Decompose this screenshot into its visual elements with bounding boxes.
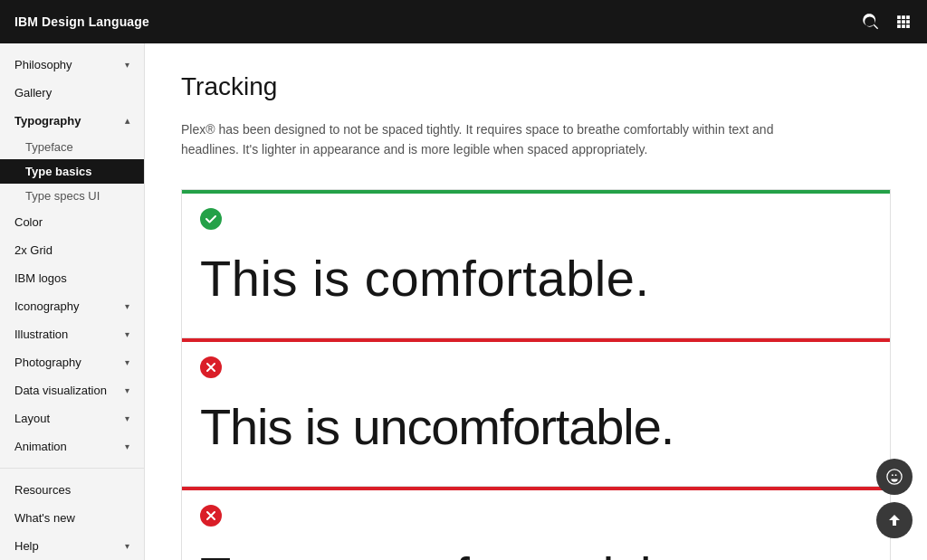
floating-buttons: [876, 459, 913, 538]
chevron-up-icon: ▴: [125, 116, 129, 126]
chevron-down-icon: ▾: [125, 413, 129, 423]
sidebar-sub-label-type-basics: Type basics: [25, 165, 91, 178]
sidebar-label-iconography: Iconography: [14, 299, 80, 313]
sidebar-sub-typeface[interactable]: Typeface: [0, 135, 144, 159]
sidebar-label-ibm-logos: IBM logos: [14, 271, 67, 285]
topbar: IBM Design Language: [0, 0, 927, 43]
badge-bad: [200, 356, 222, 378]
brand-name: IBM: [14, 14, 38, 29]
example-text-too-comfortable: Too comfortable.: [200, 537, 872, 560]
chevron-down-icon: ▾: [125, 301, 129, 311]
sidebar-item-data-visualization[interactable]: Data visualization ▾: [0, 376, 144, 404]
search-icon[interactable]: [862, 13, 880, 31]
sidebar-label-philosophy: Philosophy: [14, 58, 72, 71]
sidebar-sub-label-typeface: Typeface: [25, 140, 73, 154]
sidebar-item-iconography[interactable]: Iconography ▾: [0, 292, 144, 320]
example-text-uncomfortable: This is uncomfortable.: [200, 389, 872, 457]
badge-good: [200, 208, 222, 230]
scroll-to-top-button[interactable]: [876, 502, 913, 538]
sidebar-sub-label-type-specs-ui: Type specs UI: [25, 189, 100, 203]
app-name-rest: Design Language: [38, 14, 149, 29]
chevron-down-icon: ▾: [125, 357, 129, 367]
sidebar-label-typography: Typography: [14, 114, 81, 128]
sidebar-sub-type-specs-ui[interactable]: Type specs UI: [0, 184, 144, 208]
sidebar-label-whats-new: What's new: [14, 511, 75, 525]
page-description: Plex® has been designed to not be spaced…: [181, 119, 797, 160]
app-title: IBM Design Language: [14, 14, 149, 29]
card-inner-uncomfortable: This is uncomfortable.: [182, 342, 890, 486]
chevron-down-icon: ▾: [125, 441, 129, 451]
sidebar-item-animation[interactable]: Animation ▾: [0, 432, 144, 460]
page-title: Tracking: [181, 72, 891, 101]
topbar-actions: [862, 13, 913, 31]
sidebar-sub-type-basics[interactable]: Type basics: [0, 159, 144, 184]
chevron-down-icon: ▾: [125, 541, 129, 551]
chevron-down-icon: ▾: [125, 385, 129, 395]
sidebar-label-photography: Photography: [14, 356, 81, 369]
sidebar-item-philosophy[interactable]: Philosophy ▾: [0, 51, 144, 79]
example-card-comfortable: This is comfortable.: [181, 189, 891, 338]
emoji-feedback-button[interactable]: [876, 459, 913, 495]
sidebar-item-2x-grid[interactable]: 2x Grid: [0, 236, 144, 264]
sidebar-label-2x-grid: 2x Grid: [14, 243, 53, 257]
main-content: Tracking Plex® has been designed to not …: [145, 43, 927, 560]
sidebar-item-color[interactable]: Color: [0, 208, 144, 236]
sidebar-label-resources: Resources: [14, 483, 71, 497]
sidebar-item-ibm-logos[interactable]: IBM logos: [0, 264, 144, 292]
badge-bad-2: [200, 505, 222, 527]
sidebar-item-layout[interactable]: Layout ▾: [0, 404, 144, 432]
card-inner-too-comfortable: Too comfortable.: [182, 490, 890, 560]
example-card-uncomfortable: This is uncomfortable.: [181, 338, 891, 487]
sidebar-divider: [0, 468, 144, 469]
sidebar-label-gallery: Gallery: [14, 86, 52, 100]
sidebar-item-illustration[interactable]: Illustration ▾: [0, 320, 144, 348]
example-text-comfortable: This is comfortable.: [200, 241, 872, 308]
sidebar-item-resources[interactable]: Resources: [0, 476, 144, 504]
chevron-down-icon: ▾: [125, 329, 129, 339]
chevron-down-icon: ▾: [125, 60, 129, 70]
sidebar-label-data-visualization: Data visualization: [14, 384, 107, 397]
grid-icon[interactable]: [894, 13, 913, 31]
sidebar: Philosophy ▾ Gallery Typography ▴ Typefa…: [0, 43, 145, 560]
sidebar-label-help: Help: [14, 539, 39, 553]
sidebar-item-whats-new[interactable]: What's new: [0, 504, 144, 532]
sidebar-label-animation: Animation: [14, 440, 67, 453]
sidebar-item-help[interactable]: Help ▾: [0, 532, 144, 560]
sidebar-label-layout: Layout: [14, 412, 50, 425]
example-card-too-comfortable: Too comfortable.: [181, 487, 891, 560]
sidebar-item-typography[interactable]: Typography ▴: [0, 107, 144, 135]
sidebar-label-illustration: Illustration: [14, 327, 68, 341]
sidebar-item-gallery[interactable]: Gallery: [0, 79, 144, 107]
card-inner-comfortable: This is comfortable.: [182, 194, 890, 337]
sidebar-item-photography[interactable]: Photography ▾: [0, 348, 144, 376]
sidebar-label-color: Color: [14, 215, 43, 229]
app-body: Philosophy ▾ Gallery Typography ▴ Typefa…: [0, 43, 927, 560]
